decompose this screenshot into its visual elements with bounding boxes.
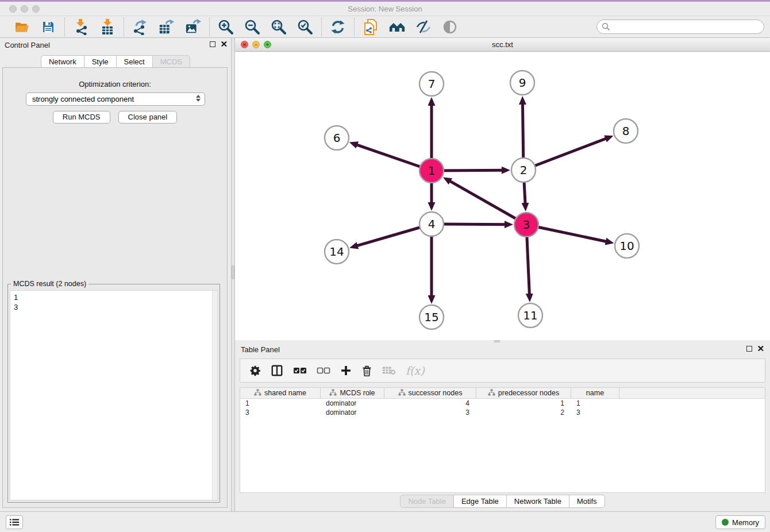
show-graphics-icon[interactable]: [442, 19, 458, 35]
svg-text:11: 11: [523, 309, 537, 322]
tab-node-table[interactable]: Node Table: [400, 495, 454, 508]
cell-MCDS-role[interactable]: dominator: [321, 408, 384, 417]
float-table-panel-icon[interactable]: [746, 346, 752, 352]
save-session-icon[interactable]: [40, 19, 56, 35]
node-3[interactable]: 3: [514, 213, 538, 237]
edge-2-8[interactable]: [523, 137, 610, 170]
style-toggle-icon[interactable]: [415, 19, 432, 35]
cell-predecessor-nodes[interactable]: 1: [476, 399, 571, 408]
table-panel: Table Panel ✕: [235, 342, 770, 511]
node-4[interactable]: 4: [419, 212, 444, 236]
zoom-fit-icon[interactable]: [271, 19, 287, 35]
select-all-checks-icon[interactable]: [293, 365, 307, 376]
node-table-body: 1dominator4113dominator323: [240, 399, 765, 417]
main-toolbar: [0, 16, 770, 38]
svg-text:10: 10: [619, 239, 634, 253]
export-network-icon[interactable]: [132, 19, 148, 35]
node-2[interactable]: 2: [511, 158, 536, 182]
cell-shared-name[interactable]: 3: [240, 408, 321, 417]
search-icon: [602, 22, 610, 33]
home-icon[interactable]: [389, 19, 405, 35]
delete-column-icon[interactable]: [361, 365, 372, 377]
refresh-icon[interactable]: [330, 19, 346, 35]
network-view-window: × − + scc.txt 7968124314101511: [235, 38, 770, 340]
cell-name[interactable]: 1: [571, 399, 619, 408]
mcds-result-values: 1 3: [14, 292, 18, 312]
function-builder-icon[interactable]: f(x): [406, 364, 425, 377]
column-header-predecessor-nodes[interactable]: predecessor nodes: [476, 388, 571, 398]
mcds-result-textarea[interactable]: 1 3: [10, 290, 218, 500]
export-image-icon[interactable]: [185, 19, 201, 35]
tab-network[interactable]: Network: [41, 55, 84, 68]
edge-3-10[interactable]: [526, 225, 611, 242]
cell-MCDS-role[interactable]: dominator: [321, 399, 384, 408]
columns-icon[interactable]: [271, 364, 283, 377]
cell-successor-nodes[interactable]: 3: [384, 408, 476, 417]
search-input[interactable]: [596, 20, 764, 34]
optimization-criterion-select[interactable]: strongly connected component: [26, 92, 205, 106]
table-row[interactable]: 3dominator323: [240, 408, 765, 417]
node-9[interactable]: 9: [510, 71, 534, 95]
svg-text:8: 8: [622, 124, 630, 138]
close-panel-button[interactable]: Close panel: [118, 111, 178, 124]
vertical-splitter[interactable]: [231, 38, 235, 511]
cell-name[interactable]: 3: [571, 408, 619, 417]
column-header-shared-name[interactable]: shared name: [240, 388, 321, 398]
node-10[interactable]: 10: [615, 234, 639, 258]
edge-3-1[interactable]: [446, 179, 526, 225]
close-table-panel-icon[interactable]: ✕: [757, 345, 764, 352]
network-file-title: scc.txt: [235, 40, 770, 49]
node-7[interactable]: 7: [419, 72, 444, 96]
table-row[interactable]: 1dominator411: [240, 399, 765, 408]
open-file-icon[interactable]: [14, 19, 30, 35]
zoom-selected-icon[interactable]: [297, 19, 313, 35]
tab-edge-table[interactable]: Edge Table: [453, 495, 507, 508]
cell-shared-name[interactable]: 1: [240, 399, 321, 408]
run-mcds-button[interactable]: Run MCDS: [53, 111, 110, 124]
optimization-criterion-value: strongly connected component: [32, 95, 134, 103]
tab-mcds[interactable]: MCDS: [152, 55, 190, 68]
vertical-splitter-handle[interactable]: [232, 265, 234, 279]
node-1[interactable]: 1: [419, 159, 444, 183]
cell-predecessor-nodes[interactable]: 2: [476, 408, 571, 417]
tab-motifs[interactable]: Motifs: [569, 495, 605, 508]
zoom-in-icon[interactable]: [218, 19, 234, 35]
column-type-icon: [398, 389, 406, 398]
memory-button[interactable]: Memory: [715, 515, 765, 529]
tab-select[interactable]: Select: [116, 55, 153, 68]
mcds-result-groupbox: MCDS result (2 nodes) 1 3: [7, 284, 220, 503]
task-history-button[interactable]: [6, 515, 23, 529]
import-table-icon[interactable]: [99, 19, 116, 35]
copy-annotation-icon[interactable]: [363, 19, 379, 35]
memory-label: Memory: [732, 518, 759, 527]
table-toolbar: f(x): [240, 358, 765, 383]
column-header-successor-nodes[interactable]: successor nodes: [384, 388, 476, 398]
close-panel-icon[interactable]: ✕: [220, 41, 228, 48]
zoom-out-icon[interactable]: [244, 19, 260, 35]
float-panel-icon[interactable]: [210, 41, 215, 47]
column-header-MCDS-role[interactable]: MCDS role: [321, 388, 384, 398]
export-table-icon[interactable]: [159, 19, 175, 35]
network-window-titlebar: × − + scc.txt: [235, 38, 770, 52]
deselect-all-checks-icon[interactable]: [317, 365, 330, 376]
control-panel-tabs: NetworkStyleSelectMCDS: [0, 55, 231, 68]
node-14[interactable]: 14: [325, 240, 349, 264]
tab-style[interactable]: Style: [84, 55, 117, 68]
node-15[interactable]: 15: [419, 305, 444, 329]
node-6[interactable]: 6: [325, 126, 349, 150]
column-header-name[interactable]: name: [571, 388, 619, 398]
svg-text:1: 1: [428, 164, 436, 178]
select-stepper-icon: [196, 95, 201, 102]
add-column-icon[interactable]: [340, 365, 352, 376]
delete-table-icon[interactable]: [382, 365, 396, 376]
network-canvas[interactable]: 7968124314101511: [235, 52, 770, 340]
node-8[interactable]: 8: [614, 119, 638, 143]
result-scrollbar[interactable]: [212, 291, 217, 500]
settings-gear-icon[interactable]: [249, 365, 261, 376]
tab-network-table[interactable]: Network Table: [506, 495, 569, 508]
node-11[interactable]: 11: [518, 303, 542, 327]
import-network-icon[interactable]: [73, 19, 89, 35]
column-header-filler: [619, 388, 765, 398]
application-window: Session: New Session: [0, 0, 770, 532]
cell-successor-nodes[interactable]: 4: [384, 399, 476, 408]
